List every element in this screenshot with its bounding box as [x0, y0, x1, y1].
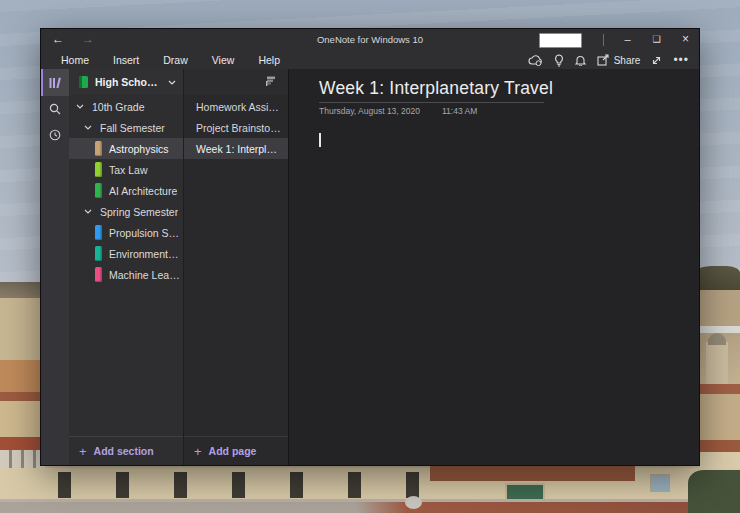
desktop: OneNote for Windows 10 ← → – ❑ × Home In… — [0, 0, 740, 513]
section-item-astrophysics[interactable]: Astrophysics — [69, 138, 183, 159]
pages-pane: Homework Assignments Project Brainstorms… — [184, 69, 289, 465]
more-options-button[interactable]: ••• — [673, 55, 689, 65]
onenote-window: OneNote for Windows 10 ← → – ❑ × Home In… — [40, 28, 700, 466]
page-item-label: Homework Assignments — [196, 101, 282, 113]
section-item-label: Tax Law — [109, 164, 148, 176]
menubar: Home Insert Draw View Help Share — [41, 51, 699, 69]
parapet — [0, 499, 740, 513]
dome — [708, 333, 726, 345]
recent-notes-button[interactable] — [41, 123, 69, 147]
section-group-spring-semester[interactable]: Spring Semester — [69, 201, 183, 222]
page-date: Thursday, August 13, 2020 — [319, 106, 420, 116]
window-title: OneNote for Windows 10 — [41, 29, 699, 51]
section-item-label: Astrophysics — [109, 143, 169, 155]
section-color-tab — [95, 267, 102, 282]
note-canvas[interactable]: Week 1: Interplanetary Travel Thursday, … — [289, 69, 699, 465]
section-group-10th-grade[interactable]: 10th Grade — [69, 96, 183, 117]
search-icon — [49, 103, 61, 115]
section-item-environmental-law[interactable]: Environmental Law — [69, 243, 183, 264]
notebook-icon — [79, 76, 88, 88]
menu-home[interactable]: Home — [61, 54, 89, 66]
section-group-label: Spring Semester — [100, 206, 178, 218]
fullscreen-icon[interactable] — [651, 55, 662, 66]
minimize-button[interactable]: – — [613, 29, 642, 51]
sections-pane: High School Notes 10th Grade Fall Semest… — [69, 69, 184, 465]
section-color-tab — [95, 225, 102, 240]
chevron-down-icon[interactable] — [84, 209, 92, 214]
notifications-bell-icon[interactable] — [575, 54, 586, 66]
plus-icon: + — [194, 444, 202, 459]
page-item-homework-assignments[interactable]: Homework Assignments — [184, 96, 288, 117]
share-button[interactable]: Share — [597, 54, 641, 66]
section-item-label: Machine Learning — [109, 269, 183, 281]
forward-button[interactable]: → — [75, 29, 101, 51]
chevron-down-icon — [168, 80, 176, 85]
treeline — [693, 266, 740, 290]
menu-draw[interactable]: Draw — [163, 54, 188, 66]
section-item-label: Propulsion Systems — [109, 227, 183, 239]
titlebar-divider — [603, 34, 604, 46]
section-item-tax-law[interactable]: Tax Law — [69, 159, 183, 180]
pages-list: Homework Assignments Project Brainstorms… — [184, 96, 288, 159]
rail-active-accent — [41, 69, 43, 96]
page-time: 11:43 AM — [442, 106, 477, 116]
building-block — [0, 298, 45, 360]
chevron-down-icon[interactable] — [76, 104, 84, 109]
building-block — [695, 384, 740, 394]
page-date-row: Thursday, August 13, 2020 11:43 AM — [319, 106, 477, 116]
section-color-tab — [95, 141, 102, 156]
page-title[interactable]: Week 1: Interplanetary Travel — [319, 78, 553, 99]
shutter-window — [650, 474, 670, 492]
share-icon — [597, 54, 610, 66]
back-button[interactable]: ← — [45, 29, 71, 51]
menu-insert[interactable]: Insert — [113, 54, 139, 66]
building-block — [0, 401, 45, 437]
clock-icon — [49, 129, 61, 141]
trees — [688, 470, 740, 513]
section-color-tab — [95, 183, 102, 198]
nav-rail — [41, 69, 69, 465]
close-button[interactable]: × — [671, 29, 700, 51]
page-item-project-brainstorms[interactable]: Project Brainstorms — [184, 117, 288, 138]
building-block — [0, 360, 45, 394]
pages-header — [184, 69, 288, 95]
notebooks-library-icon — [48, 76, 62, 90]
notebooks-rail-button[interactable] — [41, 69, 69, 96]
notebook-name: High School Notes — [95, 76, 163, 88]
building-block — [0, 437, 45, 450]
add-page-label: Add page — [209, 445, 257, 457]
chevron-down-icon[interactable] — [84, 125, 92, 130]
building-block — [695, 326, 740, 333]
section-item-propulsion-systems[interactable]: Propulsion Systems — [69, 222, 183, 243]
dome-tower — [706, 342, 728, 384]
building-block — [695, 440, 740, 452]
title-underline — [319, 102, 544, 103]
sort-icon — [264, 75, 276, 87]
section-item-label: Environmental Law — [109, 248, 183, 260]
satellite-dish — [405, 496, 422, 509]
page-item-week-1-interplanetary[interactable]: Week 1: Interplanetary Travel — [184, 138, 288, 159]
lightbulb-icon[interactable] — [554, 54, 564, 67]
plus-icon: + — [79, 444, 87, 459]
add-page-button[interactable]: + Add page — [184, 436, 288, 465]
building-block — [695, 290, 740, 326]
section-group-label: 10th Grade — [92, 101, 145, 113]
menu-view[interactable]: View — [212, 54, 235, 66]
maximize-button[interactable]: ❑ — [642, 29, 671, 51]
building-block — [695, 394, 740, 440]
section-item-machine-learning[interactable]: Machine Learning — [69, 264, 183, 285]
titlebar[interactable]: OneNote for Windows 10 ← → – ❑ × — [41, 29, 699, 51]
section-group-fall-semester[interactable]: Fall Semester — [69, 117, 183, 138]
search-button[interactable] — [41, 97, 69, 121]
sync-status-icon[interactable] — [528, 55, 543, 66]
sort-pages-button[interactable] — [264, 75, 276, 87]
add-section-button[interactable]: + Add section — [69, 436, 183, 465]
building-block — [0, 392, 45, 401]
menu-items: Home Insert Draw View Help — [41, 54, 280, 66]
menu-help[interactable]: Help — [258, 54, 280, 66]
section-color-tab — [95, 246, 102, 261]
text-cursor — [319, 133, 321, 147]
notebook-dropdown[interactable]: High School Notes — [69, 69, 183, 95]
section-item-ai-architecture[interactable]: AI Architecture — [69, 180, 183, 201]
account-name-redacted[interactable] — [539, 33, 582, 48]
